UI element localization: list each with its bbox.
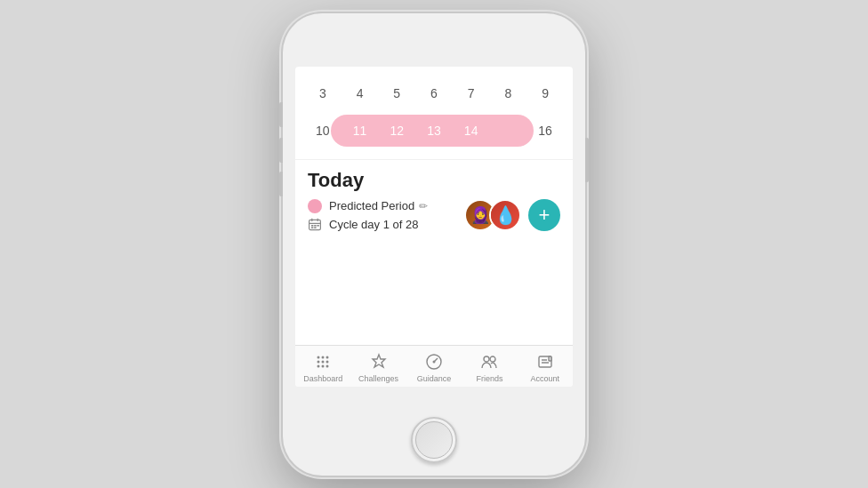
calendar-section: 3 4 5 6 7 8 xyxy=(295,67,573,159)
calendar-row-2: 10 11 12 13 14 xyxy=(304,115,564,147)
guidance-icon xyxy=(423,351,445,372)
calendar-day-9: 9 xyxy=(529,77,561,109)
today-info: Predicted Period ✏ xyxy=(308,199,464,232)
svg-rect-6 xyxy=(311,227,313,228)
calendar-day-5: 5 xyxy=(381,77,413,109)
cycle-row: Cycle day 1 of 28 xyxy=(308,218,464,232)
tab-dashboard[interactable]: Dashboard xyxy=(295,351,350,383)
svg-rect-25 xyxy=(549,356,551,361)
today-content: Predicted Period ✏ xyxy=(308,199,560,232)
tab-friends[interactable]: Friends xyxy=(462,351,517,383)
predicted-period-dot xyxy=(308,199,322,213)
tab-challenges[interactable]: Challenges xyxy=(350,351,406,383)
svg-point-12 xyxy=(317,360,320,363)
svg-point-11 xyxy=(326,356,329,358)
friends-icon xyxy=(478,351,500,372)
calendar-row-1: 3 4 5 6 7 8 xyxy=(304,77,564,109)
svg-point-21 xyxy=(490,356,495,362)
today-title: Today xyxy=(308,169,560,192)
predicted-period-label: Predicted Period xyxy=(329,199,414,212)
svg-point-20 xyxy=(484,356,489,362)
svg-point-15 xyxy=(317,364,320,367)
svg-rect-7 xyxy=(314,227,316,228)
tab-challenges-label: Challenges xyxy=(358,374,398,383)
phone-body: 3 4 5 6 7 8 xyxy=(283,13,585,476)
svg-point-17 xyxy=(326,364,329,367)
today-actions: 🧕 💧 + xyxy=(464,199,560,231)
tab-account[interactable]: Account xyxy=(518,351,573,383)
calendar-day-4: 4 xyxy=(344,77,376,109)
calendar-day-3: 3 xyxy=(307,77,339,109)
svg-point-9 xyxy=(317,356,320,358)
svg-point-14 xyxy=(326,360,329,363)
today-section: Today Predicted Period ✏ xyxy=(295,159,573,345)
volume-mute-button[interactable] xyxy=(279,102,283,127)
volume-down-button[interactable] xyxy=(279,172,283,196)
phone-screen: 3 4 5 6 7 8 xyxy=(295,67,573,387)
cycle-label: Cycle day 1 of 28 xyxy=(329,218,418,231)
avatar-2[interactable]: 💧 xyxy=(489,199,521,231)
svg-point-10 xyxy=(322,356,325,358)
calendar-day-14[interactable]: 14 xyxy=(455,115,487,147)
account-icon xyxy=(534,351,556,372)
calendar-day-11[interactable]: 11 xyxy=(344,115,376,147)
tab-bar: Dashboard Challenges xyxy=(295,345,573,387)
calendar-day-12[interactable]: 12 xyxy=(381,115,413,147)
tab-guidance[interactable]: Guidance xyxy=(406,351,462,383)
calendar-day-8: 8 xyxy=(492,77,524,109)
svg-point-19 xyxy=(433,360,436,363)
add-button[interactable]: + xyxy=(528,199,560,231)
calendar-day-16[interactable]: 16 xyxy=(529,115,561,147)
svg-point-16 xyxy=(322,364,325,367)
tab-account-label: Account xyxy=(531,374,560,383)
predicted-period-row: Predicted Period ✏ xyxy=(308,199,464,213)
home-button[interactable] xyxy=(411,417,457,463)
tab-friends-label: Friends xyxy=(476,374,502,383)
calendar-day-7: 7 xyxy=(455,77,487,109)
home-button-inner xyxy=(415,421,453,459)
avatar-stack: 🧕 💧 xyxy=(464,199,521,231)
dashboard-icon xyxy=(312,351,334,372)
volume-up-button[interactable] xyxy=(279,138,283,163)
phone-wrapper: 3 4 5 6 7 8 xyxy=(283,13,585,476)
calendar-day-13[interactable]: 13 xyxy=(418,115,450,147)
tab-dashboard-label: Dashboard xyxy=(303,374,342,383)
svg-point-13 xyxy=(322,360,325,363)
svg-rect-8 xyxy=(317,225,318,227)
tab-guidance-label: Guidance xyxy=(417,374,452,383)
challenges-icon xyxy=(368,351,390,372)
avatar-face-2: 💧 xyxy=(491,201,519,229)
cycle-calendar-icon xyxy=(308,218,322,232)
power-button[interactable] xyxy=(585,138,589,182)
calendar-day-6: 6 xyxy=(418,77,450,109)
edit-icon[interactable]: ✏ xyxy=(419,200,428,212)
svg-rect-5 xyxy=(314,225,316,227)
svg-rect-4 xyxy=(311,225,313,227)
